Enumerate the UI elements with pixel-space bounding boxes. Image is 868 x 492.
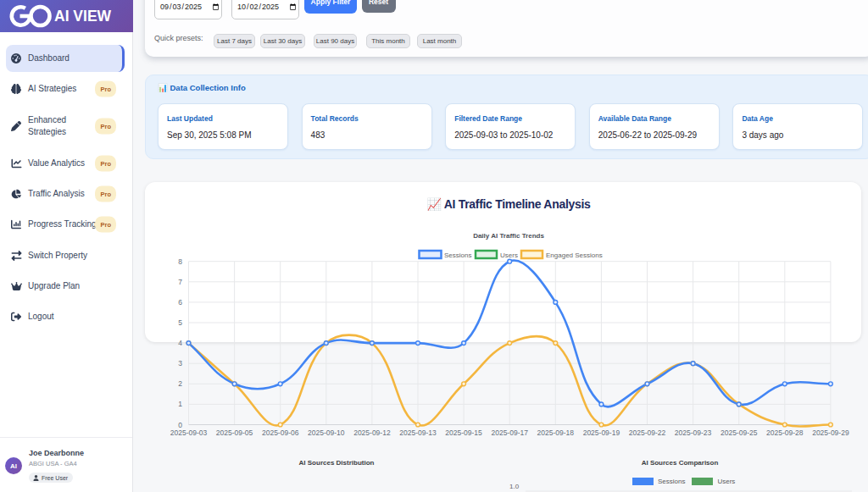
- svg-text:AI VIEW: AI VIEW: [54, 8, 112, 25]
